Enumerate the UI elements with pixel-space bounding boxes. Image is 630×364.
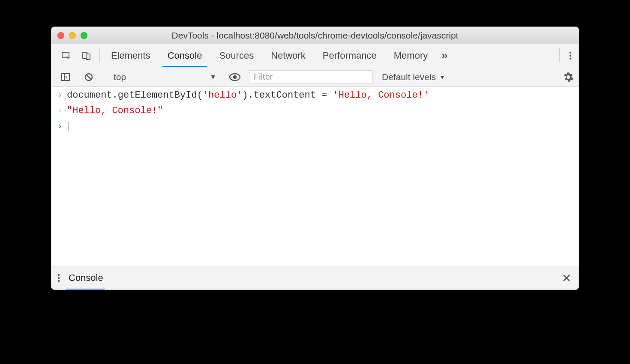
drawer-close-icon[interactable] <box>555 266 579 289</box>
prompt-marker-icon: › <box>57 119 67 133</box>
devtools-window: DevTools - localhost:8080/web/tools/chro… <box>51 27 579 290</box>
traffic-lights <box>51 32 87 39</box>
window-title: DevTools - localhost:8080/web/tools/chro… <box>51 30 579 41</box>
settings-gear-icon[interactable] <box>558 67 579 87</box>
tab-memory[interactable]: Memory <box>385 44 436 67</box>
titlebar: DevTools - localhost:8080/web/tools/chro… <box>51 27 579 44</box>
console-input-line: ›document.getElementById('hello').textCo… <box>51 88 579 103</box>
inspect-element-icon[interactable] <box>56 44 76 67</box>
main-tabs: ElementsConsoleSourcesNetworkPerformance… <box>102 44 436 67</box>
console-toolbar: top ▼ Default levels ▼ <box>51 67 579 87</box>
main-tabs-bar: ElementsConsoleSourcesNetworkPerformance… <box>51 44 579 67</box>
svg-point-10 <box>58 274 60 276</box>
svg-point-5 <box>570 57 572 60</box>
output-marker-icon: ‹· <box>57 103 67 117</box>
code-text: document.getElementById('hello').textCon… <box>67 88 429 103</box>
drawer-kebab-icon[interactable] <box>51 266 66 289</box>
svg-point-4 <box>570 54 572 57</box>
execution-context-selector[interactable]: top ▼ <box>109 72 221 82</box>
tab-elements[interactable]: Elements <box>102 44 159 67</box>
kebab-menu-icon[interactable] <box>562 44 579 67</box>
window-maximize-button[interactable] <box>81 32 87 39</box>
console-output-line: ‹·"Hello, Console!" <box>51 103 579 119</box>
svg-point-3 <box>570 51 572 54</box>
prompt-input[interactable] <box>67 119 69 134</box>
svg-point-11 <box>58 277 60 279</box>
tab-performance[interactable]: Performance <box>314 44 385 67</box>
chevron-down-icon: ▼ <box>210 73 216 81</box>
input-marker-icon: › <box>57 88 67 102</box>
live-expression-icon[interactable] <box>224 73 246 81</box>
console-output[interactable]: ›document.getElementById('hello').textCo… <box>51 87 579 266</box>
separator <box>559 48 560 63</box>
device-toolbar-icon[interactable] <box>76 44 97 67</box>
svg-point-12 <box>58 280 60 282</box>
more-tabs-icon[interactable]: » <box>436 44 453 67</box>
tabs-right <box>557 44 579 67</box>
levels-label: Default levels <box>382 72 436 82</box>
separator <box>99 48 100 63</box>
console-prompt[interactable]: › <box>51 119 579 134</box>
tab-console[interactable]: Console <box>159 44 211 67</box>
toggle-sidebar-icon[interactable] <box>56 72 75 82</box>
drawer-tab-console[interactable]: Console <box>66 266 109 289</box>
context-label: top <box>114 72 126 82</box>
window-minimize-button[interactable] <box>69 32 76 39</box>
filter-input[interactable] <box>249 70 372 84</box>
drawer-tab-label: Console <box>69 272 103 283</box>
window-close-button[interactable] <box>57 32 64 39</box>
svg-point-9 <box>233 75 237 79</box>
chevron-down-icon: ▼ <box>439 74 445 81</box>
separator <box>556 71 556 83</box>
svg-rect-2 <box>86 54 90 60</box>
clear-console-icon[interactable] <box>79 72 99 82</box>
tab-network[interactable]: Network <box>262 44 314 67</box>
tab-sources[interactable]: Sources <box>210 44 262 67</box>
log-levels-selector[interactable]: Default levels ▼ <box>376 72 451 82</box>
drawer: Console <box>51 266 579 289</box>
code-text: "Hello, Console!" <box>67 103 163 119</box>
